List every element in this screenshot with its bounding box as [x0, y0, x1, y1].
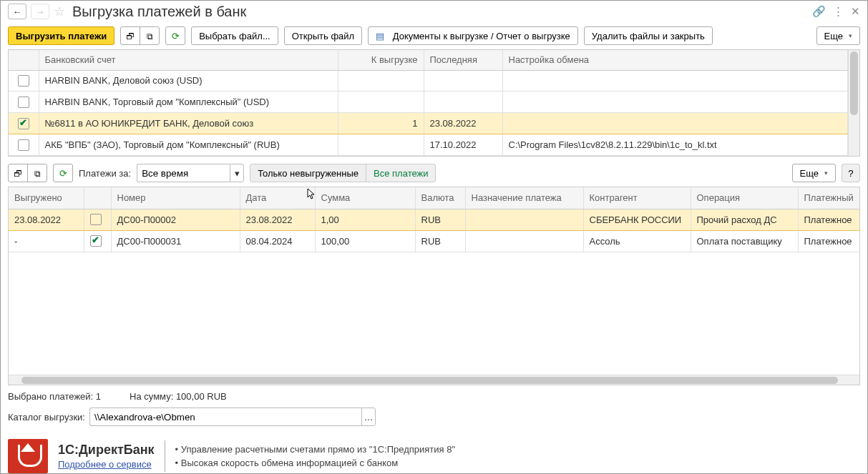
- cell-last: 17.10.2022: [424, 134, 502, 156]
- row-checkbox[interactable]: [90, 235, 102, 247]
- help-button[interactable]: ?: [842, 164, 860, 182]
- cell-settings: [502, 70, 848, 92]
- check-all-icon: [126, 31, 135, 41]
- cell-last: 23.08.2022: [424, 113, 502, 134]
- cell-account: HARBIN BANK, Торговый дом "Комплексный" …: [39, 92, 338, 113]
- header-exported[interactable]: Выгружено: [9, 187, 84, 209]
- link-icon[interactable]: 🔗: [812, 5, 826, 18]
- directory-browse-button[interactable]: …: [361, 408, 376, 426]
- header-currency[interactable]: Валюта: [415, 187, 465, 209]
- cell-sum: 1,00: [315, 209, 415, 230]
- payments-for-label: Платежи за:: [79, 168, 131, 179]
- payment-row[interactable]: 23.08.2022ДС00-П0000223.08.20221,00RUBСБ…: [9, 209, 859, 230]
- cell-order: Платежное: [798, 209, 859, 230]
- period-dropdown-button[interactable]: ▾: [230, 164, 244, 182]
- row-checkbox[interactable]: [18, 118, 29, 129]
- payments-grid[interactable]: Выгружено Номер Дата Сумма Валюта Назнач…: [8, 187, 860, 385]
- uncheck-all-payments-button[interactable]: [27, 164, 47, 182]
- accounts-scrollbar[interactable]: [848, 50, 859, 156]
- check-all-payments-button[interactable]: [8, 164, 28, 182]
- cell-purpose: [465, 209, 583, 230]
- cell-to-export: [338, 70, 424, 92]
- cell-to-export: [338, 134, 424, 156]
- delete-files-close-button[interactable]: Удалить файлы и закрыть: [584, 26, 713, 45]
- header-check: [9, 50, 39, 70]
- refresh-icon: ⟳: [172, 31, 180, 41]
- favorite-icon[interactable]: ☆: [54, 4, 65, 19]
- cell-number: ДС00-П000031: [111, 230, 240, 252]
- cell-settings: [502, 113, 848, 134]
- back-button[interactable]: ←: [8, 4, 26, 19]
- uncheck-all-icon: [147, 31, 153, 41]
- payments-hscrollbar[interactable]: [9, 375, 859, 385]
- page-title: Выгрузка платежей в банк: [72, 4, 808, 20]
- cell-sum: 100,00: [315, 230, 415, 252]
- cell-settings: [502, 92, 848, 113]
- header-to-export[interactable]: К выгрузке: [338, 50, 424, 70]
- header-purpose[interactable]: Назначение платежа: [465, 187, 583, 209]
- row-checkbox[interactable]: [18, 139, 29, 151]
- banner-title: 1С:ДиректБанк: [58, 443, 155, 458]
- cell-counterparty: Ассоль: [583, 230, 691, 252]
- forward-button[interactable]: →: [31, 4, 49, 19]
- refresh-icon: ⟳: [59, 168, 67, 179]
- refresh-payments-button[interactable]: ⟳: [53, 164, 73, 182]
- cell-counterparty: СБЕРБАНК РОССИИ: [583, 209, 691, 230]
- toolbar2-more-button[interactable]: Еще: [792, 164, 836, 182]
- cell-account: HARBIN BANK, Деловой союз (USD): [39, 70, 338, 92]
- cell-date: 08.04.2024: [240, 230, 315, 252]
- header-sum[interactable]: Сумма: [315, 187, 415, 209]
- banner-link[interactable]: Подробнее о сервисе: [58, 459, 155, 470]
- export-payments-button[interactable]: Выгрузить платежи: [8, 26, 114, 45]
- cell-purpose: [465, 230, 583, 252]
- row-checkbox[interactable]: [90, 214, 102, 225]
- directory-input[interactable]: [89, 408, 361, 426]
- check-all-button[interactable]: [120, 26, 140, 45]
- header-last[interactable]: Последняя: [424, 50, 502, 70]
- header-date[interactable]: Дата: [240, 187, 315, 209]
- row-checkbox[interactable]: [18, 97, 29, 108]
- cell-order: Платежное: [798, 230, 859, 252]
- cell-exported: -: [9, 230, 84, 252]
- cell-account: №6811 в АО ЮНИКРЕДИТ БАНК, Деловой союз: [39, 113, 338, 134]
- all-payments-button[interactable]: Все платежи: [366, 164, 436, 182]
- doc-icon: ▤: [376, 31, 384, 41]
- period-input[interactable]: [137, 164, 230, 182]
- uncheck-all-button[interactable]: [140, 26, 160, 45]
- header-chk[interactable]: [84, 187, 111, 209]
- cell-date: 23.08.2022: [240, 209, 315, 230]
- account-row[interactable]: HARBIN BANK, Деловой союз (USD): [9, 70, 848, 92]
- only-not-exported-button[interactable]: Только невыгруженные: [250, 164, 366, 182]
- cell-to-export: [338, 92, 424, 113]
- header-account[interactable]: Банковский счет: [39, 50, 338, 70]
- selected-count-label: Выбрано платежей: 1: [8, 391, 101, 402]
- account-row[interactable]: АКБ "ВПБ" (ЗАО), Торговый дом "Комплексн…: [9, 134, 848, 156]
- check-all-icon: [14, 168, 22, 179]
- cell-last: [424, 70, 502, 92]
- header-order[interactable]: Платежный: [798, 187, 859, 209]
- toolbar-more-button[interactable]: Еще: [816, 26, 860, 45]
- dir-label: Каталог выгрузки:: [8, 412, 85, 423]
- more-icon[interactable]: ⋮: [833, 5, 844, 18]
- directbank-logo-icon: [8, 439, 48, 473]
- cell-currency: RUB: [415, 209, 465, 230]
- payment-row[interactable]: -ДС00-П00003108.04.2024100,00RUBАссольОп…: [9, 230, 859, 252]
- account-row[interactable]: №6811 в АО ЮНИКРЕДИТ БАНК, Деловой союз1…: [9, 113, 848, 134]
- select-file-button[interactable]: Выбрать файл...: [191, 26, 278, 45]
- header-operation[interactable]: Операция: [691, 187, 798, 209]
- cell-operation: Оплата поставщику: [691, 230, 798, 252]
- sum-label: На сумму: 100,00 RUB: [130, 391, 227, 402]
- header-settings[interactable]: Настройка обмена: [502, 50, 848, 70]
- account-row[interactable]: HARBIN BANK, Торговый дом "Комплексный" …: [9, 92, 848, 113]
- cell-currency: RUB: [415, 230, 465, 252]
- cell-number: ДС00-П00002: [111, 209, 240, 230]
- cell-settings: C:\Program Files\1cv82\8.2.11.229\bin\1c…: [502, 134, 848, 156]
- row-checkbox[interactable]: [18, 75, 29, 87]
- documents-report-button[interactable]: ▤ Документы к выгрузке / Отчет о выгрузк…: [368, 26, 578, 45]
- header-number[interactable]: Номер: [111, 187, 240, 209]
- header-counterparty[interactable]: Контрагент: [583, 187, 691, 209]
- open-file-button[interactable]: Открыть файл: [284, 26, 362, 45]
- accounts-grid[interactable]: Банковский счет К выгрузке Последняя Нас…: [8, 49, 860, 157]
- close-icon[interactable]: ✕: [851, 5, 860, 18]
- refresh-accounts-button[interactable]: ⟳: [165, 26, 185, 45]
